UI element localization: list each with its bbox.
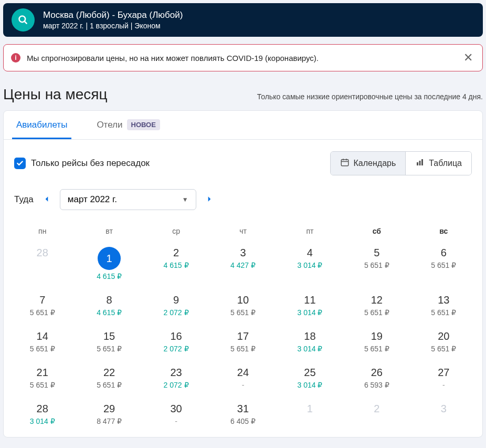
calendar-day-cell[interactable]: 34 427 ₽ bbox=[209, 241, 276, 288]
calendar-day-cell[interactable]: 298 477 ₽ bbox=[76, 397, 142, 433]
calendar-day-cell[interactable]: 316 405 ₽ bbox=[209, 397, 276, 433]
alert-close-button[interactable]: ✕ bbox=[461, 51, 475, 65]
search-details: март 2022 г. | 1 взрослый | Эконом bbox=[43, 22, 183, 30]
calendar-day-number: 9 bbox=[143, 294, 209, 306]
calendar-day-cell[interactable]: 225 651 ₽ bbox=[76, 360, 142, 397]
calendar-day-price: 5 651 ₽ bbox=[410, 345, 477, 353]
calendar-day-number: 5 bbox=[343, 247, 410, 259]
main-card: Авиабилеты Отели НОВОЕ Только рейсы без … bbox=[3, 110, 483, 437]
svg-rect-2 bbox=[341, 160, 348, 166]
calendar-day-cell[interactable]: 183 014 ₽ bbox=[277, 324, 343, 360]
calendar-day-number: 3 bbox=[209, 247, 276, 259]
calendar-day-cell[interactable]: 105 651 ₽ bbox=[209, 288, 276, 324]
alert-text: Мы спрогнозировали цены, но на них может… bbox=[27, 54, 455, 62]
calendar-day-number: 18 bbox=[277, 330, 343, 342]
calendar-day-cell[interactable]: 162 072 ₽ bbox=[143, 324, 209, 360]
calendar-day-number: 3 bbox=[410, 403, 477, 415]
calendar-day-cell[interactable]: 205 651 ₽ bbox=[410, 324, 477, 360]
calendar-day-number: 2 bbox=[343, 403, 410, 415]
calendar-day-cell[interactable]: 14 615 ₽ bbox=[76, 241, 142, 288]
calendar-day-number: 12 bbox=[343, 294, 410, 306]
info-icon: i bbox=[11, 53, 20, 62]
prev-month-button[interactable] bbox=[41, 193, 52, 206]
calendar-day-cell[interactable]: 30- bbox=[143, 397, 209, 433]
calendar-day-cell[interactable]: 24- bbox=[209, 360, 276, 397]
search-summary-header[interactable]: Москва (Любой) - Бухара (Любой) март 202… bbox=[3, 3, 483, 37]
calendar-day-price: 3 014 ₽ bbox=[277, 261, 343, 269]
calendar-day-cell[interactable]: 283 014 ₽ bbox=[9, 397, 76, 433]
calendar-day-number: 28 bbox=[9, 247, 76, 259]
new-badge: НОВОЕ bbox=[127, 119, 160, 130]
svg-rect-8 bbox=[421, 159, 423, 165]
calendar-day-price: - bbox=[209, 381, 276, 389]
calendar-day-number: 1 bbox=[277, 403, 343, 415]
calendar-day-number: 22 bbox=[76, 367, 142, 379]
calendar-day-number: 4 bbox=[277, 247, 343, 259]
calendar-day-number: 25 bbox=[277, 367, 343, 379]
calendar-day-price: 8 477 ₽ bbox=[76, 417, 142, 425]
calendar-day-cell[interactable]: 135 651 ₽ bbox=[410, 288, 477, 324]
calendar-day-number: 17 bbox=[209, 330, 276, 342]
calendar-day-number: 10 bbox=[209, 294, 276, 306]
calendar-day-price: 5 651 ₽ bbox=[76, 345, 142, 353]
calendar-day-price: 2 072 ₽ bbox=[143, 381, 209, 389]
calendar-day-cell: 2 bbox=[343, 397, 410, 433]
calendar-day-cell[interactable]: 27- bbox=[410, 360, 477, 397]
month-select[interactable]: март 2022 г. ▼ bbox=[60, 189, 196, 210]
calendar-day-number: 29 bbox=[76, 403, 142, 415]
svg-rect-7 bbox=[419, 161, 421, 165]
calendar-day-number: 19 bbox=[343, 330, 410, 342]
calendar-day-number: 24 bbox=[209, 367, 276, 379]
calendar-day-price: - bbox=[410, 381, 477, 389]
view-calendar-button[interactable]: Календарь bbox=[331, 152, 406, 175]
calendar-day-price: 5 651 ₽ bbox=[343, 261, 410, 269]
view-table-button[interactable]: Таблица bbox=[406, 152, 471, 175]
calendar-day-price: 5 651 ₽ bbox=[343, 308, 410, 317]
calendar-day-price: 5 651 ₽ bbox=[76, 381, 142, 389]
calendar-day-cell[interactable]: 75 651 ₽ bbox=[9, 288, 76, 324]
next-month-button[interactable] bbox=[204, 193, 215, 206]
calendar-day-cell: 28 bbox=[9, 241, 76, 288]
calendar-day-cell[interactable]: 113 014 ₽ bbox=[277, 288, 343, 324]
calendar-day-cell[interactable]: 145 651 ₽ bbox=[9, 324, 76, 360]
calendar-day-number: 2 bbox=[143, 247, 209, 259]
calendar-day-cell[interactable]: 92 072 ₽ bbox=[143, 288, 209, 324]
calendar-dayname: вс bbox=[410, 220, 477, 241]
tab-flights[interactable]: Авиабилеты bbox=[12, 111, 71, 139]
calendar-day-number: 7 bbox=[9, 294, 76, 306]
direct-only-checkbox[interactable]: Только рейсы без пересадок bbox=[14, 158, 150, 169]
calendar-day-number: 30 bbox=[143, 403, 209, 415]
calendar-day-cell[interactable]: 155 651 ₽ bbox=[76, 324, 142, 360]
calendar-day-cell[interactable]: 195 651 ₽ bbox=[343, 324, 410, 360]
calendar-day-cell[interactable]: 175 651 ₽ bbox=[209, 324, 276, 360]
calendar-day-cell[interactable]: 43 014 ₽ bbox=[277, 241, 343, 288]
calendar-day-cell[interactable]: 253 014 ₽ bbox=[277, 360, 343, 397]
calendar-day-cell[interactable]: 65 651 ₽ bbox=[410, 241, 477, 288]
checkbox-checked-icon bbox=[14, 158, 26, 169]
page-subtitle: Только самые низкие ориентировочные цены… bbox=[257, 92, 483, 101]
month-navigation: Туда март 2022 г. ▼ bbox=[4, 175, 482, 216]
calendar-icon bbox=[340, 158, 350, 169]
calendar-day-cell[interactable]: 84 615 ₽ bbox=[76, 288, 142, 324]
calendar-day-cell[interactable]: 24 615 ₽ bbox=[143, 241, 209, 288]
calendar-dayname: чт bbox=[209, 220, 276, 241]
tab-hotels[interactable]: Отели НОВОЕ bbox=[92, 111, 164, 139]
search-route: Москва (Любой) - Бухара (Любой) bbox=[43, 10, 183, 20]
calendar-day-price: 5 651 ₽ bbox=[410, 261, 477, 269]
calendar-day-price: 3 014 ₽ bbox=[9, 417, 76, 425]
search-text-block: Москва (Любой) - Бухара (Любой) март 202… bbox=[43, 10, 183, 30]
calendar-day-cell[interactable]: 215 651 ₽ bbox=[9, 360, 76, 397]
search-icon bbox=[12, 8, 35, 32]
calendar-day-number: 23 bbox=[143, 367, 209, 379]
month-select-value: март 2022 г. bbox=[68, 194, 117, 205]
calendar-day-cell[interactable]: 125 651 ₽ bbox=[343, 288, 410, 324]
direction-label: Туда bbox=[14, 194, 34, 205]
calendar-day-cell[interactable]: 266 593 ₽ bbox=[343, 360, 410, 397]
calendar-day-cell[interactable]: 55 651 ₽ bbox=[343, 241, 410, 288]
calendar-day-cell[interactable]: 232 072 ₽ bbox=[143, 360, 209, 397]
covid-alert-banner: i Мы спрогнозировали цены, но на них мож… bbox=[3, 44, 483, 71]
svg-marker-9 bbox=[45, 196, 48, 201]
calendar-day-number: 16 bbox=[143, 330, 209, 342]
calendar-day-number: 14 bbox=[9, 330, 76, 342]
calendar-day-cell: 3 bbox=[410, 397, 477, 433]
